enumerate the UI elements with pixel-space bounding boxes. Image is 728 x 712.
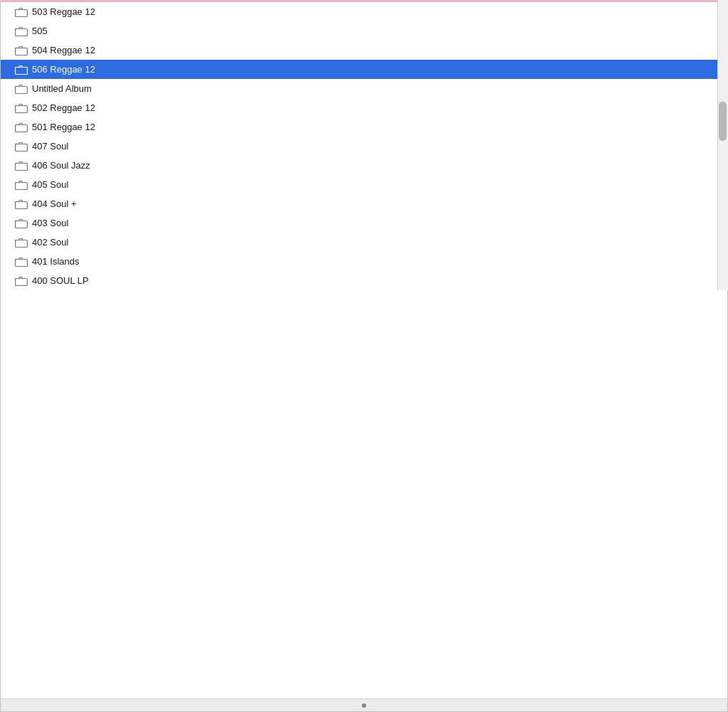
svg-rect-12 <box>16 240 28 247</box>
svg-rect-13 <box>16 259 28 266</box>
item-label: 405 Soul <box>32 179 68 191</box>
svg-rect-2 <box>16 48 28 55</box>
folder-icon <box>15 6 28 18</box>
folder-icon <box>15 275 28 287</box>
list-item-item-503-reggae12[interactable]: 503 Reggae 12 <box>1 2 727 21</box>
folder-icon <box>15 141 28 152</box>
list-item-item-505[interactable]: 505 <box>1 21 727 41</box>
svg-rect-6 <box>16 124 28 132</box>
list-item-item-403-soul[interactable]: 403 Soul <box>1 213 727 233</box>
svg-rect-9 <box>16 182 28 189</box>
svg-rect-3 <box>16 67 28 74</box>
item-label: 505 <box>32 26 48 37</box>
list-item-item-406-soul-jazz[interactable]: 406 Soul Jazz <box>1 156 727 175</box>
list-item-item-404-soul-plus[interactable]: 404 Soul + <box>1 194 727 213</box>
main-window: 503 Reggae 12505504 Reggae 12506 Reggae … <box>0 0 728 712</box>
item-label: 503 Reggae 12 <box>32 6 95 18</box>
svg-rect-4 <box>16 86 28 93</box>
list-item-item-502-reggae12[interactable]: 502 Reggae 12 <box>1 98 727 117</box>
svg-rect-11 <box>16 220 28 228</box>
item-label: 400 SOUL LP <box>32 275 89 287</box>
svg-rect-14 <box>16 278 28 285</box>
folder-icon <box>15 179 28 191</box>
folder-icon <box>15 102 28 114</box>
list-item-item-501-reggae12[interactable]: 501 Reggae 12 <box>1 117 727 137</box>
folder-icon <box>15 122 28 133</box>
list-item-item-402-soul[interactable]: 402 Soul <box>1 233 727 252</box>
item-label: 506 Reggae 12 <box>32 64 95 75</box>
item-label: 404 Soul + <box>32 198 77 210</box>
folder-icon <box>15 64 28 75</box>
svg-rect-7 <box>16 144 28 151</box>
folder-icon <box>15 160 28 171</box>
folder-icon <box>15 45 28 56</box>
item-label: 406 Soul Jazz <box>32 160 90 171</box>
item-label: 504 Reggae 12 <box>32 45 95 56</box>
item-label: 502 Reggae 12 <box>32 102 95 114</box>
item-label: 401 Islands <box>32 256 80 267</box>
list-item-item-untitled-album[interactable]: Untitled Album <box>1 79 727 98</box>
item-label: 407 Soul <box>32 141 68 152</box>
svg-rect-5 <box>16 105 28 112</box>
list-item-item-400-soul-lp[interactable]: 400 SOUL LP <box>1 271 727 290</box>
list-item-item-407-soul[interactable]: 407 Soul <box>1 137 727 156</box>
bottom-bar <box>1 698 727 711</box>
svg-rect-1 <box>16 28 28 36</box>
item-label: 402 Soul <box>32 237 68 248</box>
svg-rect-0 <box>16 9 28 16</box>
folder-icon <box>15 83 28 95</box>
svg-rect-8 <box>16 163 28 170</box>
folder-icon <box>15 237 28 248</box>
item-label: Untitled Album <box>32 83 92 95</box>
item-label: 501 Reggae 12 <box>32 122 95 133</box>
list-container[interactable]: 503 Reggae 12505504 Reggae 12506 Reggae … <box>1 2 727 698</box>
folder-icon <box>15 26 28 37</box>
list-item-item-504-reggae12[interactable]: 504 Reggae 12 <box>1 41 727 60</box>
bottom-dot <box>362 703 366 708</box>
svg-rect-10 <box>16 201 28 208</box>
folder-icon <box>15 256 28 267</box>
item-label: 403 Soul <box>32 218 68 229</box>
folder-icon <box>15 198 28 210</box>
list-item-item-405-soul[interactable]: 405 Soul <box>1 175 727 194</box>
list-item-item-506-reggae12[interactable]: 506 Reggae 12 <box>1 60 727 79</box>
list-item-item-401-islands[interactable]: 401 Islands <box>1 252 727 271</box>
folder-icon <box>15 218 28 229</box>
